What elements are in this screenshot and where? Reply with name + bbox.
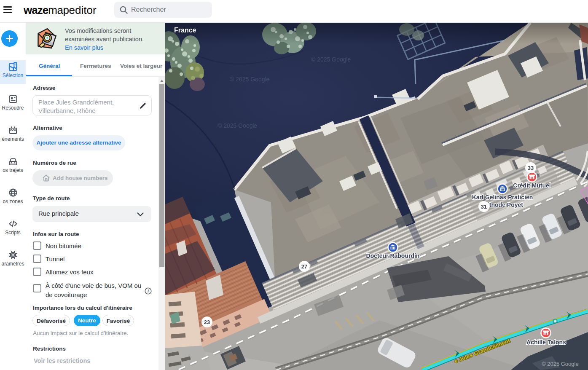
svg-text:Docteur Rabourdin: Docteur Rabourdin [366, 252, 420, 259]
svg-text:France: France [174, 27, 196, 34]
svg-text:éthode Poyet: éthode Poyet [486, 201, 523, 208]
svg-text:Crédit Mutuel: Crédit Mutuel [513, 182, 550, 189]
svg-text:© 2025 Google: © 2025 Google [217, 122, 258, 129]
svg-text:© 2025 Google: © 2025 Google [230, 76, 270, 83]
svg-text:27: 27 [301, 263, 307, 270]
svg-text:Karl Gelinas Praticien: Karl Gelinas Praticien [472, 194, 533, 201]
svg-text:33: 33 [528, 165, 534, 171]
svg-text:© 2025 Google: © 2025 Google [311, 56, 351, 63]
svg-text:© 2025 Google: © 2025 Google [542, 361, 579, 367]
svg-text:i: i [148, 288, 149, 293]
svg-text:Achille Talons: Achille Talons [526, 339, 566, 346]
svg-text:23: 23 [204, 319, 210, 325]
svg-text:31: 31 [481, 204, 487, 210]
